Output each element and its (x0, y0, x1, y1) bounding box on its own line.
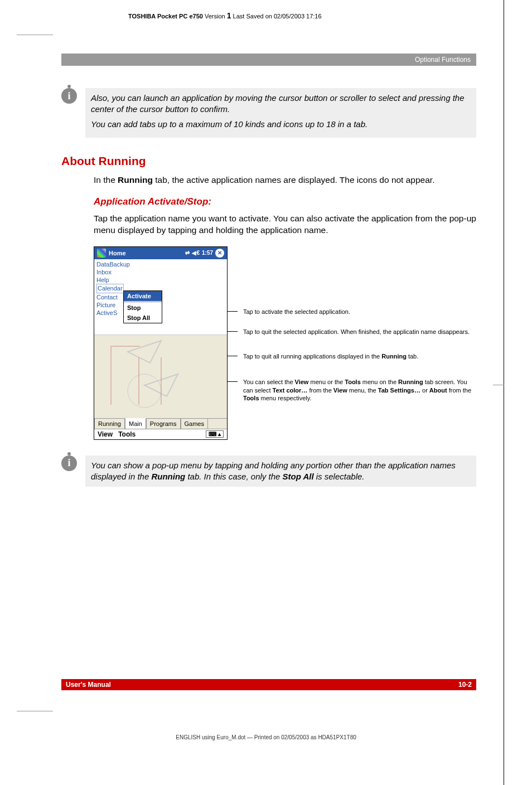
clock-time: 1:57 (202, 250, 213, 256)
heading-application-activate: Application Activate/Stop: (94, 196, 476, 207)
save-info: Last Saved on 02/05/2003 17:16 (233, 13, 322, 20)
status-icons: ⇄ ◀€ 1:57 ✕ (185, 249, 224, 258)
running-app-list: DataBackup Inbox Help Calendar Contact P… (94, 259, 227, 335)
body-text-2: Tap the application name you want to act… (94, 213, 476, 236)
list-item[interactable]: Help (96, 276, 225, 284)
app-title: Home (109, 250, 126, 256)
section-bar: Optional Functions (61, 54, 476, 66)
device-canvas-area (94, 335, 227, 418)
version-label: Version (205, 13, 225, 20)
info-icon: i (61, 88, 77, 104)
selected-app: Calendar (96, 284, 124, 293)
list-item[interactable]: Inbox (96, 268, 225, 276)
callouts-column: Tap to activate the selected application… (238, 246, 476, 440)
crop-mark-bottom-left (17, 711, 53, 711)
tab-games[interactable]: Games (181, 418, 208, 429)
page-header: TOSHIBA Pocket PC e750 Version 1 Last Sa… (128, 11, 476, 20)
menu-tools[interactable]: Tools (118, 430, 136, 438)
tab-running[interactable]: Running (94, 418, 125, 429)
callout-stop: Tap to quit the selected application. Wh… (238, 328, 476, 336)
product-name: TOSHIBA Pocket PC e750 (128, 13, 203, 20)
callout-stopall: Tap to quit all running applications dis… (238, 352, 476, 360)
info1-p2: You can add tabs up to a maximum of 10 k… (91, 119, 471, 130)
windows-flag-icon (97, 249, 106, 258)
figure-row: Home ⇄ ◀€ 1:57 ✕ DataBackup Inbox Help C… (94, 246, 476, 440)
info-note-2: i You can show a pop-up menu by tapping … (61, 456, 476, 487)
callout-menus: You can select the View menu or the Tool… (238, 378, 476, 402)
context-popup: Activate Stop Stop All (123, 290, 162, 324)
popup-stop[interactable]: Stop (124, 303, 162, 313)
info-text-2: You can show a pop-up menu by tapping an… (85, 456, 476, 487)
info1-p1: Also, you can launch an application by m… (91, 93, 471, 115)
tab-programs[interactable]: Programs (146, 418, 181, 429)
device-titlebar: Home ⇄ ◀€ 1:57 ✕ (94, 247, 227, 259)
page-content: TOSHIBA Pocket PC e750 Version 1 Last Sa… (0, 0, 532, 785)
footer-left: User's Manual (66, 681, 111, 689)
body-text-1: In the Running tab, the active applicati… (94, 175, 476, 186)
version-number: 1 (227, 11, 231, 20)
print-info-line: ENGLISH using Euro_M.dot — Printed on 02… (0, 734, 532, 740)
info-note-1: i Also, you can launch an application by… (61, 88, 476, 138)
body1-bold: Running (118, 175, 153, 185)
heading-about-running: About Running (61, 154, 476, 168)
crop-mark-top-left (17, 35, 53, 35)
connectivity-icon: ⇄ (185, 250, 190, 256)
footer-page-number: 10-2 (458, 681, 472, 689)
body1-post: tab, the active application names are di… (153, 175, 435, 185)
tab-main[interactable]: Main (125, 418, 146, 429)
section-label: Optional Functions (415, 56, 471, 64)
device-tabs: Running Main Programs Games (94, 418, 227, 429)
list-item[interactable]: DataBackup (96, 260, 225, 268)
info-text-1: Also, you can launch an application by m… (85, 88, 476, 138)
menu-view[interactable]: View (98, 430, 113, 438)
device-menubar: View Tools ⌨ ▴ (94, 429, 227, 439)
popup-activate[interactable]: Activate (124, 291, 162, 301)
leader-lines (228, 246, 250, 442)
callout-activate: Tap to activate the selected application… (238, 308, 476, 316)
info-icon: i (61, 456, 77, 471)
speaker-icon: ◀€ (192, 250, 200, 256)
device-screenshot: Home ⇄ ◀€ 1:57 ✕ DataBackup Inbox Help C… (94, 246, 228, 440)
close-icon[interactable]: ✕ (215, 249, 224, 258)
footer-bar: User's Manual 10-2 (61, 679, 476, 690)
keyboard-icon[interactable]: ⌨ ▴ (206, 430, 224, 438)
body1-pre: In the (94, 175, 118, 185)
popup-stopall[interactable]: Stop All (124, 313, 162, 323)
watermark-arrows (94, 335, 228, 419)
